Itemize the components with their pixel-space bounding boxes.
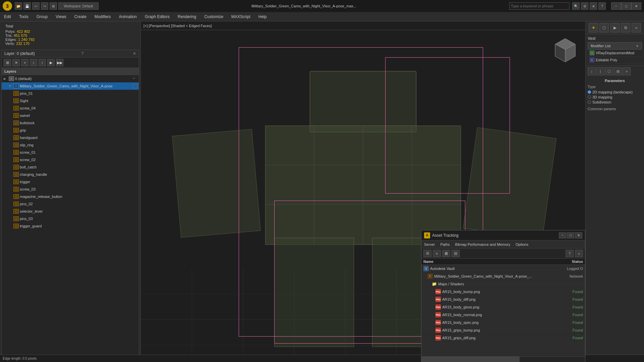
layer-item[interactable]: ⬡ charging_handle <box>2 171 139 178</box>
asset-tool-details[interactable]: ▤ <box>452 250 460 257</box>
right-sm-2[interactable]: | <box>596 67 604 75</box>
radio-2d-btn[interactable] <box>588 90 591 94</box>
radio-2d-mapping[interactable]: 2D mapping (landscape) <box>588 90 642 94</box>
asset-scrollbar[interactable] <box>421 356 585 362</box>
layers-tool-delete[interactable]: ✕ <box>12 59 20 66</box>
asset-menu-server[interactable]: Server <box>421 241 437 247</box>
menu-create[interactable]: Create <box>70 13 91 20</box>
asset-row[interactable]: V Autodesk Vault Logged O <box>421 265 585 273</box>
layer-item[interactable]: ⬡ screw_02 <box>2 156 139 163</box>
layers-list[interactable]: ▶ ≡ 0 (default) ✓ ▼ ≡ Military_Soldier_G… <box>2 75 139 356</box>
layer-item[interactable]: ⬡ screw_01 <box>2 149 139 156</box>
layers-help-btn[interactable]: ? <box>81 51 84 56</box>
layer-item[interactable]: ⬡ pins_03 <box>2 215 139 222</box>
right-sun-btn[interactable]: ☀ <box>589 23 598 32</box>
menu-views[interactable]: Views <box>52 13 70 20</box>
layers-tool-up[interactable]: ↕ <box>30 59 37 66</box>
star-btn[interactable]: ★ <box>590 2 597 10</box>
asset-tool-list[interactable]: ≡ <box>433 250 441 257</box>
minimize-button[interactable]: − <box>611 2 621 10</box>
asset-menu-paths[interactable]: Paths <box>437 241 452 247</box>
radio-sub-btn[interactable] <box>588 100 591 104</box>
right-material-btn[interactable]: ⬡ <box>599 23 609 32</box>
layers-tool-sort[interactable]: ↕ <box>39 59 46 66</box>
layer-item[interactable]: ⬡ buttstock <box>2 119 139 127</box>
viewport-cube[interactable] <box>552 37 579 64</box>
right-sm-4[interactable]: ⊞ <box>614 67 622 75</box>
right-utils-btn[interactable]: ⚙ <box>621 23 630 32</box>
asset-row[interactable]: PNG AR15_body_normal.png Found <box>421 311 585 319</box>
layer-item[interactable]: ⬡ slip_ring <box>2 141 139 149</box>
modifier-item-vray[interactable]: V VRayDisplacementMod <box>588 50 642 57</box>
layer-item[interactable]: ⬡ trigger <box>2 178 139 186</box>
maximize-button[interactable]: □ <box>621 2 631 10</box>
layer-item[interactable]: ⬡ pins_02 <box>2 200 139 208</box>
asset-close-btn[interactable]: ✕ <box>575 232 582 238</box>
asset-tool-grid[interactable]: ⊞ <box>423 250 431 257</box>
workspace-dropdown[interactable]: Workspace: Default <box>58 2 99 10</box>
right-sm-3[interactable]: ⬡ <box>605 67 613 75</box>
asset-menu-options[interactable]: Options <box>513 241 531 247</box>
asset-menu-bitmap[interactable]: Bitmap Performance and Memory <box>453 241 513 247</box>
layer-item[interactable]: ▶ ≡ 0 (default) ✓ <box>2 75 139 82</box>
layers-tool-play[interactable]: ▶ <box>47 59 55 66</box>
asset-row[interactable]: PNG AR15_body_spec.png Found <box>421 319 585 327</box>
help-btn[interactable]: ? <box>598 2 606 10</box>
workspace-icon[interactable]: 🖥 <box>50 2 57 10</box>
asset-list[interactable]: V Autodesk Vault Logged O F Military_Sol… <box>421 265 585 356</box>
layer-item[interactable]: ⬡ screw_03 <box>2 186 139 193</box>
right-anim-btn[interactable]: ▶ <box>610 23 620 32</box>
radio-3d-btn[interactable] <box>588 95 591 99</box>
layers-tool-grid[interactable]: ⊞ <box>4 59 11 66</box>
search-btn[interactable]: 🔍 <box>572 2 580 10</box>
asset-minimize-btn[interactable]: − <box>559 232 566 238</box>
asset-row[interactable]: PNG AR15_body_gloss.png Found <box>421 303 585 311</box>
layer-item[interactable]: ⬡ swivel <box>2 112 139 119</box>
menu-maxscript[interactable]: MAXScript <box>227 13 254 20</box>
layer-item[interactable]: ⬡ selector_lever <box>2 208 139 215</box>
asset-row[interactable]: PNG AR15_grips_diff.png Found <box>421 334 585 342</box>
menu-help[interactable]: Help <box>254 13 271 20</box>
right-sm-5[interactable]: » <box>623 67 631 75</box>
menu-customize[interactable]: Customize <box>200 13 227 20</box>
menu-graph-editors[interactable]: Graph Editors <box>141 13 174 20</box>
asset-row[interactable]: PNG AR15_body_bump.png Found <box>421 288 585 296</box>
asset-tool-extra[interactable]: » <box>575 250 583 257</box>
menu-tools[interactable]: Tools <box>15 13 33 20</box>
radio-subdivision[interactable]: Subdivision <box>588 100 642 104</box>
search-input[interactable] <box>509 2 570 10</box>
layer-item[interactable]: ⬡ magazine_release_button <box>2 193 139 200</box>
layer-item[interactable]: ⬡ trigger_guard <box>2 222 139 230</box>
layer-item[interactable]: ⬡ Sight <box>2 97 139 104</box>
modifier-item-poly[interactable]: E Editable Poly <box>588 57 642 64</box>
layers-close-btn[interactable]: ✕ <box>133 51 136 56</box>
right-extra-btn[interactable]: » <box>632 23 641 32</box>
layer-item[interactable]: ⬡ bolt_catch <box>2 163 139 171</box>
asset-row[interactable]: PNG AR15_grips_bump.png Found <box>421 327 585 334</box>
asset-row[interactable]: PNG AR15_body_diff.png Found <box>421 296 585 303</box>
close-button[interactable]: ✕ <box>631 2 641 10</box>
menu-animation[interactable]: Animation <box>115 13 141 20</box>
right-sm-1[interactable]: ↕ <box>588 67 596 75</box>
layer-item[interactable]: ⬡ pins_01 <box>2 90 139 97</box>
layer-item[interactable]: ⬡ grip <box>2 127 139 134</box>
layers-tool-add[interactable]: + <box>21 59 28 66</box>
asset-tool-icons[interactable]: ▦ <box>442 250 450 257</box>
menu-group[interactable]: Group <box>33 13 52 20</box>
asset-tool-help[interactable]: ? <box>566 250 574 257</box>
redo-icon[interactable]: ↪ <box>41 2 48 10</box>
open-file-icon[interactable]: 📂 <box>15 2 22 10</box>
menu-rendering[interactable]: Rendering <box>174 13 200 20</box>
asset-row[interactable]: 📁 Maps / Shaders <box>421 280 585 288</box>
layers-tool-play2[interactable]: ▶▶ <box>56 59 63 66</box>
layer-item[interactable]: ▼ ≡ Military_Soldier_Green_Camo_with_Nig… <box>2 82 139 90</box>
layer-item[interactable]: ⬡ screw_04 <box>2 104 139 112</box>
menu-edit[interactable]: Edit <box>0 13 15 20</box>
radio-3d-mapping[interactable]: 3D mapping <box>588 95 642 99</box>
settings-btn[interactable]: ⚙ <box>581 2 588 10</box>
menu-modifiers[interactable]: Modifiers <box>91 13 115 20</box>
asset-panel-header[interactable]: A Asset Tracking − □ ✕ <box>421 230 585 240</box>
modifier-list-header[interactable]: Modifier List ▼ <box>588 42 642 50</box>
asset-maximize-btn[interactable]: □ <box>567 232 574 238</box>
undo-icon[interactable]: ↩ <box>32 2 40 10</box>
